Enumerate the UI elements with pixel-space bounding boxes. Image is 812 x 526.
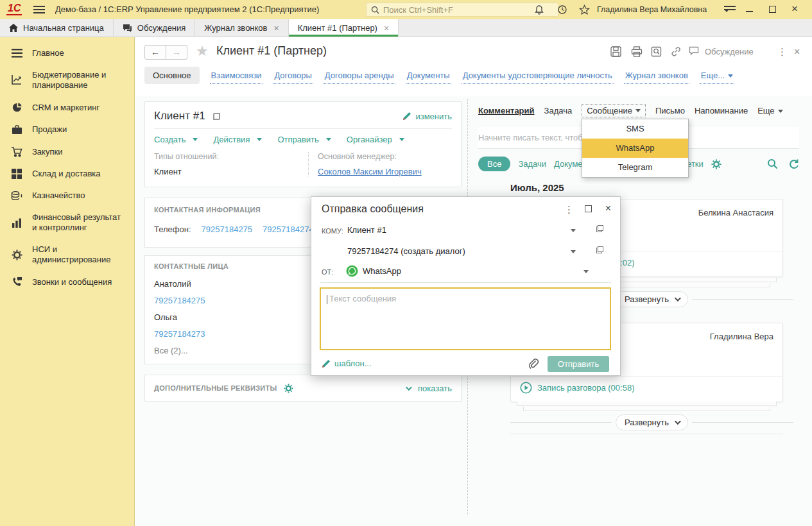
menu-label: Отправить <box>277 135 318 144</box>
attach-button[interactable] <box>527 357 540 372</box>
nav-forward-button[interactable]: → <box>166 45 187 60</box>
link-button[interactable] <box>670 46 682 57</box>
task-action[interactable]: Задача <box>544 106 573 115</box>
send-button[interactable]: Отправить <box>548 356 609 372</box>
window-minimize-button[interactable] <box>746 11 753 12</box>
window-close-button[interactable]: × <box>791 3 798 15</box>
sidebar-item-crm[interactable]: CRM и маркетинг <box>0 96 134 119</box>
open-form-icon[interactable] <box>596 246 603 253</box>
main-menu-icon[interactable] <box>33 6 45 13</box>
save-button[interactable] <box>610 46 621 57</box>
phone-link[interactable]: 79257184274 <box>263 225 314 234</box>
tab-client-partner[interactable]: Клиент #1 (Партнер) × <box>289 19 399 37</box>
tab-more[interactable]: Еще... <box>700 67 734 84</box>
tab-call-log[interactable]: Журнал звонков <box>624 67 689 84</box>
sidebar-item-treasury[interactable]: Казначейство <box>0 185 134 207</box>
dialog-more-button[interactable]: ⋮ <box>564 204 574 216</box>
window-maximize-button[interactable] <box>769 6 776 13</box>
caret-down-icon[interactable] <box>571 250 576 253</box>
menu-item-sms[interactable]: SMS <box>582 119 688 139</box>
organizer-menu-button[interactable]: Органайзер <box>347 135 404 144</box>
tab-call-log[interactable]: Журнал звонков × <box>195 19 288 37</box>
menu-item-telegram[interactable]: Telegram <box>582 158 688 177</box>
sidebar-item-label: Склад и доставка <box>32 169 101 179</box>
sidebar-item-main[interactable]: Главное <box>0 42 134 64</box>
actions-menu-button[interactable]: Действия <box>213 135 262 144</box>
sidebar-item-financial-result[interactable]: Финансовый результат и контроллинг <box>0 207 134 239</box>
divider <box>320 282 611 283</box>
tab-identity-documents[interactable]: Документы удостоверяющие личность <box>462 67 614 84</box>
print-button[interactable] <box>631 46 643 57</box>
filter-all[interactable]: Все <box>478 157 510 171</box>
sections-sidebar: Главное Бюджетирование и планирование CR… <box>0 37 135 526</box>
open-form-icon[interactable] <box>596 225 603 232</box>
message-text-input[interactable]: Текст сообщения <box>320 287 611 350</box>
sidebar-item-sales[interactable]: Продажи <box>0 119 134 140</box>
expand-button[interactable]: Развернуть <box>616 414 688 430</box>
tab-home[interactable]: Начальная страница <box>0 19 114 37</box>
tab-discussions[interactable]: Обсуждения <box>114 19 196 37</box>
from-field[interactable]: WhatsApp <box>363 266 401 276</box>
preview-button[interactable] <box>651 46 662 57</box>
edit-link[interactable]: изменить <box>402 112 452 121</box>
to-field[interactable]: Клиент #1 <box>347 225 386 235</box>
show-link[interactable]: показать <box>406 384 452 393</box>
sidebar-item-label: CRM и маркетинг <box>32 103 99 113</box>
sidebar-item-calls-messages[interactable]: Звонки и сообщения <box>0 271 134 293</box>
tab-relations[interactable]: Взаимосвязи <box>210 67 263 84</box>
letter-action[interactable]: Письмо <box>655 106 685 115</box>
favorite-star-icon[interactable]: ★ <box>196 43 209 60</box>
tab-close-icon[interactable]: × <box>274 23 279 33</box>
current-user-name[interactable]: Гладилина Вера Михайловна <box>597 5 707 14</box>
manager-link[interactable]: Соколов Максим Игоревич <box>318 167 452 176</box>
sidebar-item-purchasing[interactable]: Закупки <box>0 140 134 163</box>
link-icon <box>670 46 682 57</box>
paperclip-icon <box>527 357 540 370</box>
create-menu-button[interactable]: Создать <box>154 135 198 144</box>
sidebar-item-warehouse[interactable]: Склад и доставка <box>0 163 134 185</box>
play-icon <box>520 382 532 394</box>
filter-tasks[interactable]: Задачи <box>518 159 546 169</box>
more-actions-button[interactable]: ⋮ <box>777 46 787 58</box>
menu-item-whatsapp[interactable]: WhatsApp <box>582 139 688 158</box>
discussion-button[interactable]: Обсуждение <box>689 46 754 56</box>
title-bar: 1С Демо-база / 1С:ERP Управление предпри… <box>0 0 812 19</box>
dialog-close-button[interactable]: × <box>605 203 611 214</box>
tab-lease-contracts[interactable]: Договоры аренды <box>324 67 395 84</box>
reminder-action[interactable]: Напоминание <box>695 106 748 115</box>
history-icon[interactable] <box>556 3 569 16</box>
filter-settings-gear-icon[interactable] <box>711 159 721 169</box>
gear-icon[interactable] <box>284 384 293 393</box>
sidebar-item-budgeting[interactable]: Бюджетирование и планирование <box>0 64 134 96</box>
notifications-bell-icon[interactable] <box>533 3 546 16</box>
nav-back-button[interactable]: ← <box>144 45 166 60</box>
favorites-star-icon[interactable] <box>578 3 591 16</box>
comment-action[interactable]: Комментарий <box>478 106 535 115</box>
more-action[interactable]: Еще <box>757 106 782 115</box>
caret-down-icon[interactable] <box>583 270 589 273</box>
dialog-number-field[interactable]: 79257184274 (создать диалог) <box>347 246 465 256</box>
phone-link[interactable]: 79257184275 <box>202 225 253 234</box>
global-search-input[interactable]: Поиск Ctrl+Shift+F <box>366 3 558 17</box>
sidebar-item-nsi-administration[interactable]: НСИ и администрирование <box>0 239 134 271</box>
menu-label: Действия <box>213 135 250 144</box>
tab-label: Начальная страница <box>23 23 104 33</box>
discussion-label: Обсуждение <box>705 47 754 56</box>
send-menu-button[interactable]: Отправить <box>277 135 331 144</box>
message-action[interactable]: Сообщение <box>582 104 646 117</box>
tab-documents[interactable]: Документы <box>406 67 451 84</box>
divider <box>692 299 793 300</box>
copy-icon[interactable] <box>213 113 220 120</box>
call-record-link[interactable]: Запись разговора (00:58) <box>520 382 634 394</box>
pencil-icon <box>402 112 411 121</box>
caret-down-icon[interactable] <box>571 229 576 232</box>
search-icon[interactable] <box>767 158 778 169</box>
tab-main[interactable]: Основное <box>144 67 200 84</box>
refresh-icon[interactable] <box>788 158 799 169</box>
template-link[interactable]: шаблон... <box>322 359 372 368</box>
expand-button[interactable]: Развернуть <box>616 291 688 307</box>
form-close-button[interactable]: × <box>794 46 800 58</box>
tab-contracts[interactable]: Договоры <box>273 67 313 84</box>
dialog-maximize-button[interactable] <box>585 205 592 212</box>
tab-close-icon[interactable]: × <box>384 23 389 33</box>
